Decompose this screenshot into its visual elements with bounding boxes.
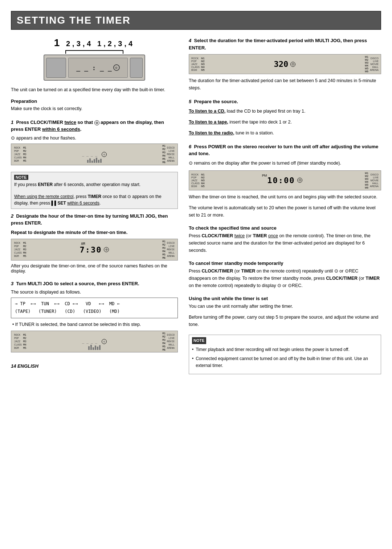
lcd-am-label: AM [81,242,85,246]
lcd-m-labels-right-4: M1M2M3M4M5M6 [365,56,368,73]
right-column: 4 Select the duration for the timer-acti… [189,37,381,379]
cancel-title: To cancel timer standby mode temporarily [189,261,381,266]
step-3-number-label: 3 [11,281,13,286]
lcd-display-step6: ROCK POP JAZZ CLASS BGM M1M2M3M4M5 PM 10… [189,170,381,190]
timer-circle-icon: ⊙ [113,64,120,71]
source-bullet: • If TUNER is selected, the band cannot … [12,321,178,328]
step-5-radio: To listen to the radio, tune in to a sta… [189,129,381,137]
step-1-number: 1 [54,37,62,48]
lcd-left-labels-4: ROCK POP JAZZ CLASS BGM [191,57,200,71]
lcd-left-labels-3: ROCK POP JAZZ CLASS BGM [14,334,22,350]
preparation-body: Make sure the clock is set correctly. [11,105,178,112]
page-language: ENGLISH [17,363,38,369]
lcd-m-labels-2: M1M2M3M4M5 [23,242,26,258]
lcd-m-labels-3: M1M2M3M4M5 [23,334,26,350]
step-4-body: The duration for the timer-activated per… [189,77,381,92]
device-main-section: _ _ : _ _ ⊙ [68,58,128,78]
device-illustration: _ _ : _ _ ⊙ [44,55,145,81]
source-flow-table: → TP ←→ TUN ←→ CD ←→ VD ←→ MD ← (TAPE) (… [11,298,178,318]
lcd-m-labels-right-2: M1M2M3M4M5M6 [162,240,165,259]
lcd-display-step2: ROCK POP JAZZ CLASS BGM M1M2M3M4M5 AM 7:… [11,239,178,261]
step-6-heading: 6 Press POWER on the stereo receiver to … [189,143,381,157]
note-bullet-1-text: Timer playback and timer recording will … [196,346,350,353]
lcd-right-labels-1: DISCO LIVE MOVIE HALL ARENA [167,146,175,162]
check-body: Press CLOCK/TIMER twice (or TIMER once o… [189,232,381,254]
lcd-m-labels-1: M1M2M3M4M5 [23,146,26,162]
lcd-m-labels-right-1: M1M2M3M4M5M6 [162,145,165,164]
volume-text: The volume level is automatically set to… [189,204,381,219]
step-3-heading: 3 Turn MULTI JOG to select a source, the… [11,280,178,287]
preparation-title: Preparation [11,98,178,104]
page-number: 14 ENGLISH [11,363,178,369]
using-body1: You can use the unit normally after sett… [189,303,381,310]
steps-234: 2,3,4 1,2,3,4 [66,40,135,48]
note-box: NOTE If you press ENTER after 6 seconds,… [11,172,178,209]
lcd-center-6: PM 10:00 ⊙ [206,176,364,185]
using-body2: Before turning off the power, carry out … [189,314,381,328]
using-title: Using the unit while the timer is set [189,296,381,301]
note-bullet-1: Timer playback and timer recording will … [192,346,378,353]
page-container: SETTING THE TIMER 1 2,3,4 1,2,3,4 _ _ : [11,11,381,379]
device-display: _ _ : _ _ [76,64,112,72]
using-section: Using the unit while the timer is set Yo… [189,296,381,328]
step-4-container: 4 Select the duration for the timer-acti… [189,37,381,92]
step-5-cd: To listen to a CD, load the CD to be pla… [189,108,381,115]
lcd-right-labels-6: DISCO LIVE MOVIE HALL ARENA [370,173,379,187]
note-title: NOTE [14,175,28,180]
lcd-center-1: _ _ _ _ ⊙ [28,152,162,157]
left-column: 1 2,3,4 1,2,3,4 _ _ : _ _ ⊙ [11,37,178,379]
step-1-heading: 1 Press CLOCK/TIMER twice so that ⊙ appe… [11,119,178,133]
device-left-section [46,58,66,78]
lcd-display-step3: ROCK POP JAZZ CLASS BGM M1M2M3M4M5 _ _ _… [11,331,178,352]
lcd-left-labels-1: ROCK POP JAZZ CLASS BGM [14,146,22,162]
lcd-center-4: 320 ⊙ [206,60,364,69]
lcd-duration-digits: 320 [274,60,289,69]
lcd-timer-symbol-6: ⊙ [297,178,302,183]
step-1-sub: ⊙ appears and the hour flashes. [11,135,178,141]
cancel-section: To cancel timer standby mode temporarily… [189,261,381,289]
lcd-pm-label: PM [262,174,267,177]
lcd-center-3: _ _ _ _ ⊙ [28,339,162,344]
source-flow-row: → TP ←→ TUN ←→ CD ←→ VD ←→ MD ← [15,300,174,308]
step-1-number-label: 1 [11,120,13,125]
step-2-number-label: 2 [11,213,13,219]
step-3-container: 3 Turn MULTI JOG to select a source, the… [11,280,178,352]
lcd-bars-1 [87,158,102,163]
check-title: To check the specified time and source [189,225,381,231]
step-2-heading: 2 Designate the hour of the timer-on tim… [11,213,178,227]
diagram-numbers: 1 2,3,4 1,2,3,4 [11,37,178,49]
lcd-time-digits: 7:30 [80,245,102,254]
step-5-container: 5 Prepare the source. To listen to a CD,… [189,98,381,137]
lcd-display-step1: ROCK POP JAZZ CLASS BGM M1M2M3M4M5 _ _ _… [11,144,178,165]
lcd-m-labels-6: M1M2M3M4M5 [201,173,205,187]
check-section: To check the specified time and source P… [189,225,381,254]
lcd-timer-symbol-2: ⊙ [104,247,109,252]
lcd-standby-digits: 10:00 [267,176,295,185]
lcd-m-labels-4: M1M2M3M4M5 [201,57,205,71]
step-2-after: After you designate the timer-on time, o… [11,263,178,274]
lcd-m-labels-right-6: M1M2M3M4M5M6 [365,172,368,189]
lcd-display-content-1: _ _ _ _ ⊙ [82,152,107,157]
step-2-container: 2 Designate the hour of the timer-on tim… [11,213,178,274]
source-labels-row: (TAPE) (TUNER) (CD) (VIDEO) (MD) [15,308,174,316]
note-box-right: NOTE Timer playback and timer recording … [189,335,381,374]
bracket-line [65,50,123,54]
step-6-container: 6 Press POWER on the stereo receiver to … [189,143,381,219]
device-right-section [130,58,143,78]
lcd-bars-3 [88,345,101,350]
step-5-tape: To listen to a tape, insert the tape int… [189,118,381,126]
timer-on-text: When the timer-on time is reached, the u… [189,193,381,201]
step-3-sub: The source is displayed as follows. [11,290,178,295]
lcd-display-step4: ROCK POP JAZZ CLASS BGM M1M2M3M4M5 320 ⊙ [189,54,381,74]
step-6-body: ⊙ remains on the display after the power… [189,160,381,167]
bracket-container [54,50,134,54]
step-1-container: 1 Press CLOCK/TIMER twice so that ⊙ appe… [11,119,178,165]
intro-text: The unit can be turned on at a specified… [11,86,178,93]
lcd-center-2: AM 7:30 ⊙ [28,245,162,254]
lcd-display-content-3: _ _ _ _ ⊙ [82,339,107,344]
lcd-right-labels-4: DISCO LIVE MOVIE HALL ARENA [370,57,379,71]
note-bullet-2-text: Connected equipment cannot be turned on … [196,355,378,369]
note-bullet-2: Connected equipment cannot be turned on … [192,355,378,369]
step-5-heading: 5 Prepare the source. [189,98,381,105]
note-title-right: NOTE [192,337,206,344]
